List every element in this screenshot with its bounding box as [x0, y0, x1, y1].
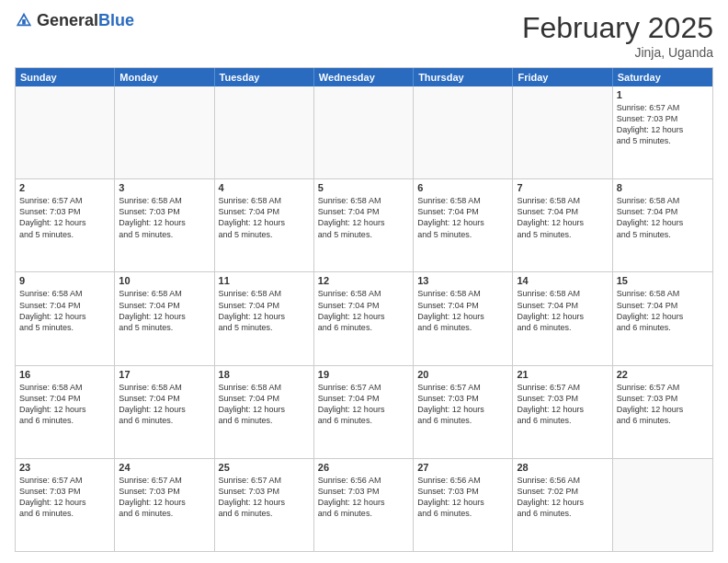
day-number: 12	[318, 275, 409, 286]
cell-info: Sunrise: 6:58 AM Sunset: 7:04 PM Dayligh…	[517, 288, 608, 333]
cell-info: Sunrise: 6:58 AM Sunset: 7:04 PM Dayligh…	[417, 195, 508, 240]
cell-info: Sunrise: 6:57 AM Sunset: 7:03 PM Dayligh…	[119, 475, 210, 520]
cell-info: Sunrise: 6:58 AM Sunset: 7:04 PM Dayligh…	[119, 382, 210, 427]
calendar-cell	[215, 86, 314, 178]
cell-info: Sunrise: 6:56 AM Sunset: 7:03 PM Dayligh…	[417, 475, 508, 520]
calendar-cell: 13Sunrise: 6:58 AM Sunset: 7:04 PM Dayli…	[414, 272, 513, 364]
cell-info: Sunrise: 6:58 AM Sunset: 7:04 PM Dayligh…	[318, 195, 409, 240]
cell-info: Sunrise: 6:58 AM Sunset: 7:04 PM Dayligh…	[19, 382, 110, 427]
calendar-cell: 8Sunrise: 6:58 AM Sunset: 7:04 PM Daylig…	[613, 179, 712, 271]
calendar-cell: 11Sunrise: 6:58 AM Sunset: 7:04 PM Dayli…	[215, 272, 314, 364]
calendar-cell: 10Sunrise: 6:58 AM Sunset: 7:04 PM Dayli…	[115, 272, 214, 364]
logo-icon	[15, 11, 33, 29]
calendar-row-4: 23Sunrise: 6:57 AM Sunset: 7:03 PM Dayli…	[16, 458, 712, 551]
calendar-cell: 1Sunrise: 6:57 AM Sunset: 7:03 PM Daylig…	[613, 86, 712, 178]
day-number: 3	[119, 182, 210, 193]
day-number: 13	[417, 275, 508, 286]
day-number: 5	[318, 182, 409, 193]
day-number: 9	[19, 275, 110, 286]
day-number: 28	[517, 462, 608, 473]
calendar-cell: 23Sunrise: 6:57 AM Sunset: 7:03 PM Dayli…	[16, 459, 115, 551]
calendar-row-1: 2Sunrise: 6:57 AM Sunset: 7:03 PM Daylig…	[16, 178, 712, 271]
cell-info: Sunrise: 6:57 AM Sunset: 7:03 PM Dayligh…	[617, 102, 709, 147]
calendar-cell: 25Sunrise: 6:57 AM Sunset: 7:03 PM Dayli…	[215, 459, 314, 551]
calendar-cell: 20Sunrise: 6:57 AM Sunset: 7:03 PM Dayli…	[414, 366, 513, 458]
day-number: 21	[517, 369, 608, 380]
calendar-cell: 26Sunrise: 6:56 AM Sunset: 7:03 PM Dayli…	[314, 459, 414, 551]
calendar-cell: 24Sunrise: 6:57 AM Sunset: 7:03 PM Dayli…	[115, 459, 214, 551]
calendar-cell: 27Sunrise: 6:56 AM Sunset: 7:03 PM Dayli…	[414, 459, 513, 551]
logo-text: GeneralBlue	[37, 12, 134, 29]
cell-info: Sunrise: 6:58 AM Sunset: 7:04 PM Dayligh…	[219, 195, 310, 240]
day-number: 6	[417, 182, 508, 193]
cell-info: Sunrise: 6:57 AM Sunset: 7:03 PM Dayligh…	[19, 195, 110, 240]
calendar-cell: 22Sunrise: 6:57 AM Sunset: 7:03 PM Dayli…	[613, 366, 712, 458]
day-number: 14	[517, 275, 608, 286]
cell-info: Sunrise: 6:57 AM Sunset: 7:03 PM Dayligh…	[219, 475, 310, 520]
cell-info: Sunrise: 6:57 AM Sunset: 7:03 PM Dayligh…	[19, 475, 110, 520]
calendar-cell: 19Sunrise: 6:57 AM Sunset: 7:04 PM Dayli…	[314, 366, 414, 458]
title-block: February 2025 Jinja, Uganda	[522, 11, 713, 60]
day-number: 19	[318, 369, 409, 380]
day-number: 17	[119, 369, 210, 380]
calendar-cell: 4Sunrise: 6:58 AM Sunset: 7:04 PM Daylig…	[215, 179, 314, 271]
calendar-body: 1Sunrise: 6:57 AM Sunset: 7:03 PM Daylig…	[16, 86, 712, 551]
header-day-saturday: Saturday	[613, 68, 712, 86]
calendar-cell: 5Sunrise: 6:58 AM Sunset: 7:04 PM Daylig…	[314, 179, 414, 271]
month-title: February 2025	[522, 11, 713, 45]
cell-info: Sunrise: 6:58 AM Sunset: 7:04 PM Dayligh…	[119, 288, 210, 333]
day-number: 1	[617, 89, 709, 100]
calendar-row-0: 1Sunrise: 6:57 AM Sunset: 7:03 PM Daylig…	[16, 86, 712, 178]
cell-info: Sunrise: 6:58 AM Sunset: 7:03 PM Dayligh…	[119, 195, 210, 240]
day-number: 18	[219, 369, 310, 380]
cell-info: Sunrise: 6:57 AM Sunset: 7:04 PM Dayligh…	[318, 382, 409, 427]
cell-info: Sunrise: 6:56 AM Sunset: 7:03 PM Dayligh…	[318, 475, 409, 520]
cell-info: Sunrise: 6:58 AM Sunset: 7:04 PM Dayligh…	[417, 288, 508, 333]
day-number: 4	[219, 182, 310, 193]
calendar-cell	[513, 86, 612, 178]
cell-info: Sunrise: 6:58 AM Sunset: 7:04 PM Dayligh…	[318, 288, 409, 333]
day-number: 8	[617, 182, 709, 193]
cell-info: Sunrise: 6:58 AM Sunset: 7:04 PM Dayligh…	[19, 288, 110, 333]
cell-info: Sunrise: 6:57 AM Sunset: 7:03 PM Dayligh…	[617, 382, 709, 427]
cell-info: Sunrise: 6:58 AM Sunset: 7:04 PM Dayligh…	[219, 382, 310, 427]
header-day-monday: Monday	[115, 68, 214, 86]
day-number: 23	[19, 462, 110, 473]
cell-info: Sunrise: 6:56 AM Sunset: 7:02 PM Dayligh…	[517, 475, 608, 520]
calendar-cell: 18Sunrise: 6:58 AM Sunset: 7:04 PM Dayli…	[215, 366, 314, 458]
day-number: 2	[19, 182, 110, 193]
cell-info: Sunrise: 6:57 AM Sunset: 7:03 PM Dayligh…	[417, 382, 508, 427]
calendar-cell: 14Sunrise: 6:58 AM Sunset: 7:04 PM Dayli…	[513, 272, 612, 364]
cell-info: Sunrise: 6:58 AM Sunset: 7:04 PM Dayligh…	[617, 288, 709, 333]
calendar-cell	[613, 459, 712, 551]
calendar-cell: 17Sunrise: 6:58 AM Sunset: 7:04 PM Dayli…	[115, 366, 214, 458]
cell-info: Sunrise: 6:58 AM Sunset: 7:04 PM Dayligh…	[517, 195, 608, 240]
calendar-cell: 12Sunrise: 6:58 AM Sunset: 7:04 PM Dayli…	[314, 272, 414, 364]
svg-rect-2	[22, 19, 26, 24]
day-number: 22	[617, 369, 709, 380]
calendar-cell: 6Sunrise: 6:58 AM Sunset: 7:04 PM Daylig…	[414, 179, 513, 271]
calendar-cell: 28Sunrise: 6:56 AM Sunset: 7:02 PM Dayli…	[513, 459, 612, 551]
calendar-cell: 16Sunrise: 6:58 AM Sunset: 7:04 PM Dayli…	[16, 366, 115, 458]
calendar-cell: 15Sunrise: 6:58 AM Sunset: 7:04 PM Dayli…	[613, 272, 712, 364]
calendar-cell: 3Sunrise: 6:58 AM Sunset: 7:03 PM Daylig…	[115, 179, 214, 271]
cell-info: Sunrise: 6:57 AM Sunset: 7:03 PM Dayligh…	[517, 382, 608, 427]
calendar-cell	[314, 86, 414, 178]
header-day-tuesday: Tuesday	[215, 68, 314, 86]
calendar-cell	[414, 86, 513, 178]
day-number: 25	[219, 462, 310, 473]
header: GeneralBlue February 2025 Jinja, Uganda	[15, 11, 713, 60]
calendar: SundayMondayTuesdayWednesdayThursdayFrid…	[15, 67, 713, 552]
cell-info: Sunrise: 6:58 AM Sunset: 7:04 PM Dayligh…	[617, 195, 709, 240]
page: GeneralBlue February 2025 Jinja, Uganda …	[0, 0, 728, 563]
calendar-cell: 2Sunrise: 6:57 AM Sunset: 7:03 PM Daylig…	[16, 179, 115, 271]
day-number: 20	[417, 369, 508, 380]
calendar-cell	[115, 86, 214, 178]
day-number: 7	[517, 182, 608, 193]
header-day-wednesday: Wednesday	[314, 68, 414, 86]
header-day-thursday: Thursday	[414, 68, 513, 86]
day-number: 10	[119, 275, 210, 286]
calendar-cell: 9Sunrise: 6:58 AM Sunset: 7:04 PM Daylig…	[16, 272, 115, 364]
calendar-header: SundayMondayTuesdayWednesdayThursdayFrid…	[16, 68, 712, 86]
cell-info: Sunrise: 6:58 AM Sunset: 7:04 PM Dayligh…	[219, 288, 310, 333]
